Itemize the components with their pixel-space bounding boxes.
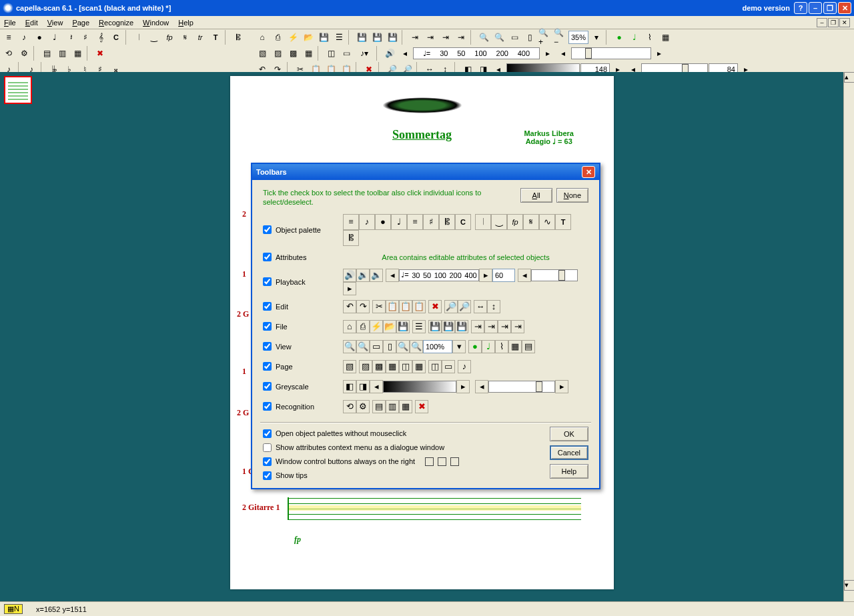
opt-win-ctrl[interactable]: Window control buttons always on the rig…: [263, 457, 588, 466]
zoom-combo[interactable]: 35%: [568, 31, 588, 44]
note-icon[interactable]: ♪: [17, 30, 31, 45]
preview-recognition[interactable]: ⟲⚙ ▤▥▦ ✖: [343, 400, 588, 413]
chk-greyscale[interactable]: Greyscale: [263, 382, 336, 391]
save-icon[interactable]: 💾: [316, 30, 331, 45]
preview-greyscale[interactable]: ◧◨ ◂▸ ◂▸: [343, 380, 588, 393]
zoom-plus-icon[interactable]: 🔍+: [538, 30, 552, 45]
cancel-button[interactable]: Cancel: [550, 445, 588, 460]
opt-open-palettes[interactable]: Open object palettes without mouseclick: [263, 429, 588, 438]
clef-icon[interactable]: 𝄞: [93, 30, 108, 45]
wizard-icon[interactable]: ⚡: [286, 30, 300, 45]
zoom-minus-icon[interactable]: 🔍−: [553, 30, 568, 45]
rest-icon[interactable]: 𝄽: [63, 30, 77, 45]
dialog-close-button[interactable]: ✕: [582, 166, 595, 178]
scan-icon[interactable]: ⌂: [255, 30, 270, 45]
page-c-icon[interactable]: ▩: [286, 46, 300, 61]
play-note-icon[interactable]: ♩: [627, 30, 642, 45]
timesig-c-icon[interactable]: C: [109, 30, 123, 45]
menu-file[interactable]: File: [4, 19, 16, 27]
tie-icon[interactable]: ‿: [147, 30, 161, 45]
save-green-icon[interactable]: 💾: [354, 30, 369, 45]
page-f-icon[interactable]: ▭: [339, 46, 354, 61]
barline-icon[interactable]: 𝄀: [131, 30, 146, 45]
dialog-titlebar[interactable]: Toolbars ✕: [252, 164, 599, 180]
arrow-left-icon[interactable]: ◂: [398, 46, 412, 61]
opt-show-tips[interactable]: Show tips: [263, 471, 588, 480]
alto-clef-icon[interactable]: 𝄡: [231, 30, 246, 45]
brush-icon[interactable]: ⌇: [643, 30, 657, 45]
export-icon[interactable]: ⇥: [408, 30, 422, 45]
chk-playback[interactable]: Playback: [263, 277, 336, 286]
page-e-icon[interactable]: ◫: [324, 46, 338, 61]
staff-lines-icon[interactable]: ≡: [1, 30, 16, 45]
stem-icon[interactable]: ♩: [47, 30, 62, 45]
menu-window[interactable]: Window: [143, 19, 169, 27]
opt-show-attr-ctx[interactable]: Show attributes context menu as a dialog…: [263, 443, 588, 452]
chk-recognition[interactable]: Recognition: [263, 402, 336, 411]
volume-slider[interactable]: [571, 47, 651, 59]
page-b-icon[interactable]: ▨: [270, 46, 285, 61]
record-icon[interactable]: ●: [612, 30, 626, 45]
maximize-button[interactable]: ❐: [823, 2, 837, 14]
chk-edit[interactable]: Edit: [263, 302, 336, 311]
export2-icon[interactable]: ⇥: [423, 30, 438, 45]
notehead-icon[interactable]: ●: [32, 30, 47, 45]
list-icon[interactable]: ☰: [332, 30, 346, 45]
preview-object-palette[interactable]: ≡♪●♩ ≡♯𝄡C 𝄀‿fp𝄋 ∿T 𝄡: [343, 214, 588, 246]
preview-edit[interactable]: ↶↷ ✂📋📋📋 ✖ 🔎🔎 ↔↕: [343, 300, 588, 313]
export4-icon[interactable]: ⇥: [454, 30, 468, 45]
props3-icon[interactable]: ▦: [70, 46, 85, 61]
scroll-up-icon[interactable]: ▴: [844, 72, 854, 83]
none-button[interactable]: None: [556, 188, 588, 203]
vertical-scrollbar[interactable]: ▴ ▾: [843, 72, 854, 601]
preview-playback[interactable]: 🔊🔉🔈 ◂ ♩=3050100200400 ▸ 60 ◂ ▸: [343, 269, 588, 295]
chk-file[interactable]: File: [263, 322, 336, 331]
staff[interactable]: [288, 497, 581, 520]
recognize-icon[interactable]: ⚙: [17, 46, 31, 61]
all-button[interactable]: All: [520, 188, 552, 203]
sharp-icon[interactable]: ♯: [78, 30, 93, 45]
zoom-page-icon[interactable]: ▯: [522, 30, 537, 45]
vol-left-icon[interactable]: ◂: [556, 46, 570, 61]
page-thumbnail[interactable]: [4, 76, 32, 104]
menu-recognize[interactable]: Recognize: [99, 19, 133, 27]
menu-help[interactable]: Help: [178, 19, 193, 27]
chk-page[interactable]: Page: [263, 362, 336, 371]
chk-object-palette[interactable]: Object palette: [263, 225, 336, 234]
segno-icon[interactable]: 𝄋: [177, 30, 192, 45]
page-rotate-icon[interactable]: ⟲: [1, 46, 16, 61]
dynamic-fp-icon[interactable]: fp: [162, 30, 177, 45]
preview-view[interactable]: 🔍🔍▭▯ 🔍🔍 100%▾ ●♩ ⌇▦▤: [343, 340, 588, 353]
ok-button[interactable]: OK: [550, 427, 588, 441]
scroll-down-icon[interactable]: ▾: [844, 580, 854, 591]
vol-right-icon[interactable]: ▸: [652, 46, 667, 61]
page-g-icon[interactable]: ♪▾: [354, 46, 374, 61]
twain-icon[interactable]: ⎙: [270, 30, 285, 45]
preview-file[interactable]: ⌂⎙⚡📂💾 ☰ 💾💾💾 ⇥⇥⇥⇥: [343, 320, 588, 333]
tempo-combo[interactable]: 60: [492, 269, 515, 282]
chk-view[interactable]: View: [263, 342, 336, 351]
save-multi-icon[interactable]: 💾: [385, 30, 400, 45]
preview-page[interactable]: ▧ ▨▩▦◫ ▦ ◫▭♪: [343, 360, 588, 373]
open-icon[interactable]: 📂: [301, 30, 316, 45]
export3-icon[interactable]: ⇥: [438, 30, 453, 45]
menu-page[interactable]: Page: [72, 19, 89, 27]
trill-icon[interactable]: tr: [193, 30, 207, 45]
minimize-button[interactable]: –: [809, 2, 822, 14]
chk-attributes[interactable]: Attributes: [263, 253, 336, 261]
mdi-close-icon[interactable]: ✕: [839, 18, 850, 27]
delete-icon[interactable]: ✖: [93, 46, 107, 61]
props-icon[interactable]: ▤: [39, 46, 54, 61]
mdi-restore-icon[interactable]: ❐: [828, 18, 839, 27]
zoom-fit-icon[interactable]: ▭: [507, 30, 522, 45]
page-d-icon[interactable]: ▦: [301, 46, 316, 61]
mdi-minimize-icon[interactable]: –: [817, 18, 827, 27]
view-zoom-combo[interactable]: 100%: [423, 340, 452, 353]
menu-edit[interactable]: Edit: [25, 19, 38, 27]
zoom-out-icon[interactable]: 🔍: [492, 30, 506, 45]
text-icon[interactable]: T: [208, 30, 223, 45]
palette-icon[interactable]: ▦: [658, 30, 673, 45]
save-all-icon[interactable]: 💾: [370, 30, 384, 45]
close-button[interactable]: ✕: [838, 2, 851, 14]
help-button[interactable]: ?: [794, 2, 807, 14]
